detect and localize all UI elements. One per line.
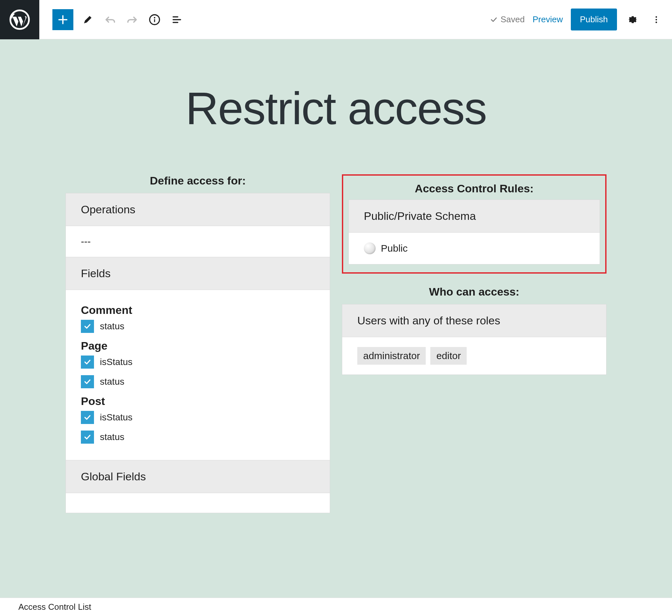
field-group-title: Comment [81, 304, 315, 317]
field-label: status [100, 432, 124, 442]
roles-card[interactable]: Users with any of these roles administra… [342, 304, 607, 375]
field-check-row[interactable]: status [81, 375, 315, 388]
left-column: Define access for: Operations --- Fields… [65, 174, 330, 513]
gear-icon [627, 14, 639, 26]
field-check-row[interactable]: status [81, 320, 315, 333]
redo-button[interactable] [124, 12, 140, 28]
field-label: status [100, 377, 124, 387]
toolbar-right-group: Saved Preview Publish [490, 9, 672, 30]
role-tags: administrator editor [357, 347, 591, 365]
page-title[interactable]: Restrict access [0, 82, 672, 135]
editor-footer: Access Control List [0, 598, 672, 616]
edit-mode-button[interactable] [80, 12, 96, 28]
schema-card[interactable]: Public/Private Schema Public [348, 199, 600, 264]
dots-vertical-icon [652, 15, 661, 24]
check-icon [83, 358, 92, 366]
define-access-heading: Define access for: [65, 174, 330, 187]
who-can-access-heading: Who can access: [342, 285, 607, 298]
preview-button[interactable]: Preview [532, 14, 563, 25]
fields-header: Fields [66, 257, 330, 290]
fields-card[interactable]: Fields Comment status Page [65, 257, 330, 460]
checkbox-checked[interactable] [81, 411, 94, 424]
schema-header: Public/Private Schema [349, 200, 600, 233]
toolbar-left-group [39, 9, 185, 30]
svg-point-5 [656, 19, 657, 20]
field-label: status [100, 321, 124, 332]
field-check-row[interactable]: isStatus [81, 411, 315, 424]
roles-body: administrator editor [342, 337, 606, 375]
check-icon [83, 322, 92, 331]
breadcrumb[interactable]: Access Control List [18, 602, 91, 612]
check-icon [83, 378, 92, 386]
roles-header: Users with any of these roles [342, 304, 606, 337]
svg-point-4 [656, 16, 657, 18]
check-icon [490, 15, 498, 24]
redo-icon [126, 14, 138, 26]
operations-header: Operations [66, 193, 330, 226]
right-column: Access Control Rules: Public/Private Sch… [342, 174, 607, 513]
operations-card[interactable]: Operations --- [65, 193, 330, 257]
field-check-row[interactable]: isStatus [81, 356, 315, 369]
info-button[interactable] [147, 12, 162, 28]
global-fields-card[interactable]: Global Fields [65, 460, 330, 513]
undo-button[interactable] [102, 12, 118, 28]
svg-rect-3 [154, 19, 155, 22]
left-card-stack: Operations --- Fields Comment status [65, 193, 330, 513]
plus-icon [57, 14, 69, 26]
svg-point-6 [656, 21, 657, 23]
global-fields-header: Global Fields [66, 460, 330, 493]
checkbox-checked[interactable] [81, 320, 94, 333]
add-block-button[interactable] [52, 9, 73, 30]
saved-label: Saved [501, 14, 525, 25]
settings-button[interactable] [625, 12, 641, 28]
check-icon [83, 433, 92, 441]
operations-value: --- [66, 226, 330, 257]
fields-body: Comment status Page isStat [66, 290, 330, 460]
schema-body: Public [349, 233, 600, 264]
global-fields-body [66, 493, 330, 513]
field-label: isStatus [100, 412, 133, 423]
wordpress-logo-button[interactable] [0, 0, 39, 39]
checkbox-checked[interactable] [81, 356, 94, 369]
field-group-title: Post [81, 395, 315, 408]
checkbox-checked[interactable] [81, 375, 94, 388]
role-tag[interactable]: editor [430, 347, 467, 365]
access-rules-heading: Access Control Rules: [348, 182, 600, 195]
checkbox-checked[interactable] [81, 431, 94, 444]
editor-canvas: Restrict access Define access for: Opera… [0, 39, 672, 598]
save-status: Saved [490, 14, 525, 25]
pencil-icon [82, 14, 93, 25]
access-rules-highlight: Access Control Rules: Public/Private Sch… [342, 174, 607, 273]
svg-point-2 [154, 17, 156, 18]
info-icon [149, 14, 160, 26]
editor-toolbar: Saved Preview Publish [0, 0, 672, 39]
outline-button[interactable] [169, 12, 185, 28]
field-check-row[interactable]: status [81, 431, 315, 444]
role-tag[interactable]: administrator [357, 347, 426, 365]
columns-wrapper: Define access for: Operations --- Fields… [0, 174, 672, 513]
field-group-title: Page [81, 340, 315, 352]
check-icon [83, 413, 92, 422]
field-label: isStatus [100, 357, 133, 367]
more-options-button[interactable] [648, 12, 664, 28]
publish-button[interactable]: Publish [571, 9, 617, 30]
list-icon [171, 14, 182, 25]
radio-icon[interactable] [364, 242, 376, 254]
undo-icon [104, 14, 116, 26]
wordpress-icon [9, 9, 30, 30]
schema-value: Public [381, 243, 408, 254]
